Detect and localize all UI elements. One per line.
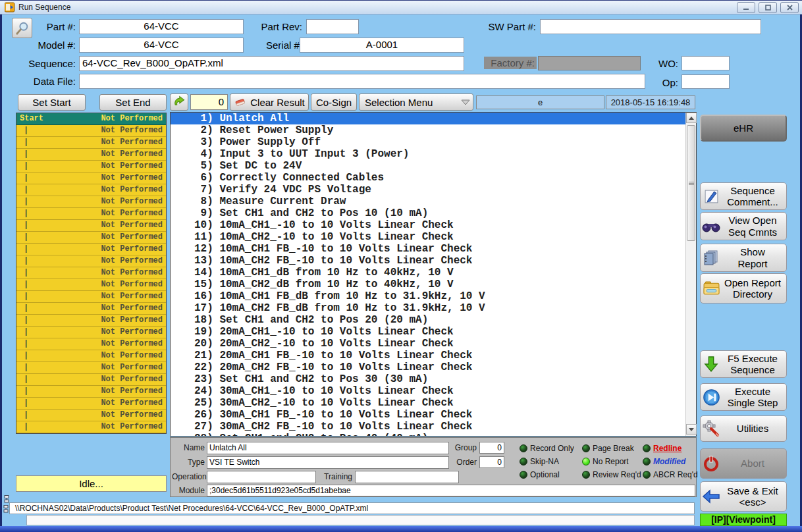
step-row[interactable]: 11) 10mA_CH2_-10 to 10 Volts Linear Chec… (171, 231, 685, 243)
step-row[interactable]: 10) 10mA_CH1_-10 to 10 Volts Linear Chec… (171, 219, 685, 231)
model-field[interactable]: 64-VCC (79, 38, 244, 53)
step-row[interactable]: 19) 20mA_CH1_-10 to 10 Volts Linear Chec… (171, 326, 685, 338)
status-row[interactable]: |Not Performed (16, 161, 166, 173)
data-file-field[interactable] (79, 74, 645, 89)
show-report-button[interactable]: Show Report (700, 244, 787, 272)
scroll-up-button[interactable] (686, 113, 697, 123)
part-field[interactable]: 64-VCC (79, 19, 244, 34)
minimize-button[interactable] (737, 2, 755, 13)
status-row[interactable]: |Not Performed (16, 232, 166, 244)
type-field[interactable]: VSI TE Switch (207, 456, 449, 469)
scrollbar-thumb[interactable] (687, 125, 695, 241)
status-row[interactable]: |Not Performed (16, 208, 166, 220)
utilities-button[interactable]: Utilities (700, 415, 787, 442)
step-row[interactable]: 28) Set CH1 and CH2 to Pos 40 (40 mA) (171, 433, 685, 436)
sequence-field[interactable]: 64-VCC_Rev_B000_OpATP.xml (79, 56, 464, 71)
status-row[interactable]: |Not Performed (16, 255, 166, 267)
step-row[interactable]: 16) 10mA_CH1 FB_dB from 10 Hz to 31.9kHz… (171, 290, 685, 302)
status-row[interactable]: |Not Performed (16, 149, 166, 161)
refresh-button[interactable] (170, 93, 188, 111)
status-row[interactable]: |Not Performed (16, 196, 166, 208)
status-row[interactable]: |Not Performed (16, 410, 166, 421)
status-header-row[interactable]: Start Not Performed (16, 113, 166, 125)
sw-part-field[interactable] (540, 19, 761, 34)
close-button[interactable] (780, 2, 799, 13)
status-row[interactable]: |Not Performed (16, 350, 166, 362)
status-row[interactable]: |Not Performed (16, 362, 166, 374)
chevron-down-icon (461, 99, 470, 105)
step-row[interactable]: 8) Measure Current Draw (171, 196, 685, 207)
step-row[interactable]: 2) Reset Power Supply (171, 124, 685, 136)
serial-field[interactable]: A-0001 (300, 38, 464, 53)
sequence-comment-button[interactable]: Sequence Comment... (700, 182, 787, 210)
user-field[interactable]: e (476, 95, 604, 109)
step-row[interactable]: 4) Input 3 to UUT Input 3 (Power) (171, 148, 685, 160)
status-row[interactable]: |Not Performed (16, 374, 166, 386)
status-row[interactable]: |Not Performed (16, 279, 166, 291)
step-row[interactable]: 26) 30mA_CH1 FB_-10 to 10 Volts Linear C… (171, 409, 685, 421)
step-row[interactable]: 27) 30mA_CH2 FB_-10 to 10 Volts Linear C… (171, 421, 685, 433)
group-field[interactable]: 0 (479, 442, 504, 454)
status-row[interactable]: |Not Performed (16, 386, 166, 398)
step-row[interactable]: 9) Set CH1 and CH2 to Pos 10 (10 mA) (171, 207, 685, 219)
status-row[interactable]: |Not Performed (16, 173, 166, 184)
execute-single-step-button[interactable]: Execute Single Step (700, 383, 787, 411)
set-end-button[interactable]: Set End (99, 94, 167, 111)
selection-menu-dropdown[interactable]: Selection Menu (359, 93, 473, 111)
restore-button[interactable] (759, 2, 777, 13)
step-row[interactable]: 15) 10mA_CH2_dB from 10 Hz to 40kHz, 10 … (171, 279, 685, 290)
step-row[interactable]: 24) 30mA_CH1_-10 to 10 Volts Linear Chec… (171, 385, 685, 397)
step-row[interactable]: 12) 10mA_CH1 FB_-10 to 10 Volts Linear C… (171, 243, 685, 255)
scroll-down-button[interactable] (686, 424, 697, 435)
operation-field[interactable] (207, 471, 316, 483)
order-field[interactable]: 0 (479, 456, 504, 468)
counter-field[interactable]: 0 (190, 94, 228, 110)
step-row[interactable]: 3) Power Supply Off (171, 136, 685, 148)
step-row[interactable]: 7) Verify 24 VDC PS Voltage (171, 184, 685, 196)
step-row[interactable]: 25) 30mA_CH2_-10 to 10 Volts Linear Chec… (171, 397, 685, 409)
status-row[interactable]: |Not Performed (16, 184, 166, 196)
training-field[interactable] (355, 471, 459, 483)
status-row[interactable]: |Not Performed (16, 315, 166, 327)
step-row[interactable]: 17) 10mA_CH2 FB_dB from 10 Hz to 31.9kHz… (171, 302, 685, 314)
step-row[interactable]: 22) 20mA_CH2 FB_-10 to 10 Volts Linear C… (171, 361, 685, 373)
status-row-name: | (24, 350, 28, 361)
status-row[interactable]: |Not Performed (16, 267, 166, 279)
status-row[interactable]: |Not Performed (16, 125, 166, 137)
step-detail-panel: Name Unlatch All Group 0 Type VSI TE Swi… (170, 437, 697, 497)
step-row[interactable]: 23) Set CH1 and CH2 to Pos 30 (30 mA) (171, 373, 685, 385)
step-row[interactable]: 18) Set CH1 and CH2 to Pos 20 (20 mA) (171, 314, 685, 326)
view-open-seq-cmnts-button[interactable]: View Open Seq Cmnts (700, 212, 787, 240)
step-row[interactable]: 21) 20mA_CH1 FB_-10 to 10 Volts Linear C… (171, 350, 685, 361)
step-row[interactable]: 14) 10mA_CH1_dB from 10 Hz to 40kHz, 10 … (171, 267, 685, 279)
wo-field[interactable] (682, 56, 730, 70)
status-row[interactable]: |Not Performed (16, 137, 166, 149)
clear-result-button[interactable]: Clear Result (230, 93, 309, 111)
f5-execute-sequence-button[interactable]: F5 Execute Sequence (700, 350, 787, 378)
open-report-directory-button[interactable]: Open Report Directory (700, 273, 787, 304)
status-row[interactable]: |Not Performed (16, 338, 166, 350)
step-row[interactable]: 13) 10mA_CH2 FB_-10 to 10 Volts Linear C… (171, 255, 685, 267)
step-list-scrollbar[interactable] (685, 113, 696, 436)
message-bar (26, 515, 695, 525)
save-exit-button[interactable]: Save & Exit <esc> (700, 481, 787, 512)
set-start-button[interactable]: Set Start (18, 94, 86, 111)
module-field[interactable]: ;30dec5d61b5511d923e05cd5d1abebae (207, 485, 695, 496)
part-rev-field[interactable] (306, 19, 359, 34)
step-row[interactable]: 6) Correctly Connected Cables (171, 172, 685, 184)
status-row[interactable]: |Not Performed (16, 303, 166, 315)
step-row[interactable]: 5) Set DC to 24V (171, 160, 685, 172)
step-row[interactable]: 20) 20mA_CH2_-10 to 10 Volts Linear Chec… (171, 338, 685, 350)
step-row[interactable]: 1) Unlatch All (171, 113, 685, 124)
name-field[interactable]: Unlatch All (207, 442, 449, 454)
status-row[interactable]: |Not Performed (16, 327, 166, 338)
status-row[interactable]: |Not Performed (16, 244, 166, 255)
op-field[interactable] (682, 74, 730, 89)
status-row[interactable]: |Not Performed (16, 291, 166, 303)
factory-field (538, 56, 641, 70)
status-row[interactable]: |Not Performed (16, 398, 166, 410)
status-row[interactable]: |Not Performed (16, 220, 166, 232)
status-row[interactable]: |Not Performed (16, 421, 166, 433)
status-row-status: Not Performed (101, 291, 163, 302)
co-sign-button[interactable]: Co-Sign (311, 93, 357, 111)
